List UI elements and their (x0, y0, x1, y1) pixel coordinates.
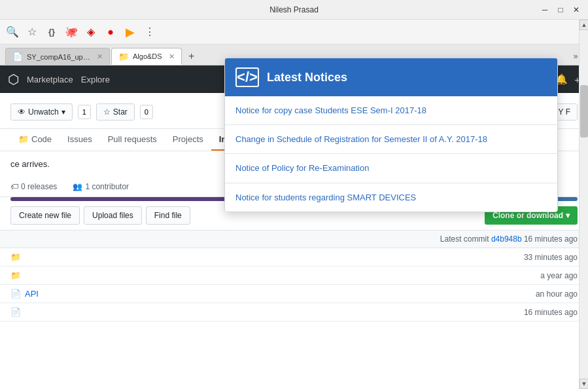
notices-overlay: </> Latest Notices Notice for copy case … (224, 58, 558, 212)
nav-right: 🔔 + (555, 73, 580, 85)
tab-pull-requests[interactable]: Pull requests (100, 129, 165, 151)
eye-icon: 👁 (18, 107, 26, 117)
minimize-button[interactable]: ─ (538, 3, 551, 16)
notice-item-1[interactable]: Notice for copy case Students ESE Sem-I … (225, 96, 557, 125)
find-file-button[interactable]: Find file (146, 206, 190, 225)
tab-code[interactable]: 📁 Code (10, 129, 60, 151)
overlay-header: </> Latest Notices (225, 58, 557, 96)
tab-issues[interactable]: Issues (60, 129, 100, 151)
ext-icon-1[interactable]: ◈ (84, 25, 98, 39)
overlay-title: Latest Notices (267, 71, 347, 84)
search-icon[interactable]: 🔍 (5, 25, 20, 39)
star-button[interactable]: ☆ Star (96, 103, 135, 120)
notice-item-4[interactable]: Notice for students regarding SMART DEVI… (225, 183, 557, 212)
menu-icon[interactable]: ⋮ (143, 25, 157, 39)
maximize-button[interactable]: □ (554, 3, 567, 16)
tab-label-2: Algo&DS (133, 52, 162, 60)
notice-link-1: Notice for copy case Students ESE Sem-I … (235, 105, 426, 115)
title-bar-text: Nilesh Prasad (269, 5, 319, 14)
notice-link-2: Change in Schedule of Registration for S… (235, 134, 487, 144)
file-time-1: 33 minutes ago (524, 253, 578, 262)
commit-label: Latest commit (440, 234, 489, 244)
tab-label-1: SY_compA16_update (27, 53, 90, 61)
commit-hash[interactable]: d4b948b (491, 234, 522, 244)
notice-link-4: Notice for students regarding SMART DEVI… (235, 193, 416, 202)
title-bar: Nilesh Prasad ─ □ ✕ (0, 0, 588, 20)
commit-info-bar: Latest commit d4b948b 16 minutes ago (0, 230, 588, 248)
scrollbar-down-button[interactable]: ▼ (579, 379, 588, 389)
tab-algo-ds[interactable]: 📁 Algo&DS ✕ (111, 48, 182, 65)
contributors-count: 1 contributor (85, 182, 129, 191)
contributors-icon: 👥 (73, 182, 82, 191)
notice-item-3[interactable]: Notice of Policy for Re-Examination (225, 154, 557, 183)
upload-files-button[interactable]: Upload files (84, 206, 142, 225)
file-row-2: 📁 a year ago (0, 267, 588, 285)
code-icon[interactable]: {} (44, 25, 59, 39)
tab-favicon-1: 📄 (12, 52, 23, 62)
commit-time: 16 minutes ago (524, 234, 578, 244)
file-time-3: an hour ago (536, 289, 578, 299)
file-time-4: 16 minutes ago (524, 308, 578, 317)
tab-close-2[interactable]: ✕ (169, 52, 175, 61)
star-count: 0 (140, 105, 153, 119)
github-logo[interactable]: ⬡ (8, 71, 19, 87)
code-tab-icon: 📁 (18, 134, 29, 144)
tab-favicon-2: 📁 (118, 52, 129, 62)
star-icon: ☆ (103, 107, 111, 117)
file-row-1: 📁 33 minutes ago (0, 248, 588, 267)
contributors-stat[interactable]: 👥 1 contributor (73, 182, 129, 191)
dropdown-arrow-icon: ▾ (61, 107, 65, 117)
file-row-3: 📄 API an hour ago (0, 285, 588, 303)
file-icon-3: 📄 (10, 289, 21, 299)
tab-projects[interactable]: Projects (165, 129, 211, 151)
scrollbar-thumb[interactable] (580, 85, 588, 138)
overlay-body: Notice for copy case Students ESE Sem-I … (225, 96, 557, 212)
notice-item-2[interactable]: Change in Schedule of Registration for S… (225, 125, 557, 154)
create-new-file-button[interactable]: Create new file (10, 206, 80, 225)
releases-count: 0 releases (21, 182, 57, 191)
overlay-logo: </> (235, 67, 259, 87)
unwatch-count: 1 (78, 105, 91, 119)
unwatch-button[interactable]: 👁 Unwatch ▾ (10, 103, 73, 120)
releases-stat[interactable]: 🏷 0 releases (10, 182, 57, 191)
tab-sy-comp[interactable]: 📄 SY_compA16_update ✕ (5, 48, 110, 65)
close-button[interactable]: ✕ (570, 3, 583, 16)
title-bar-controls: ─ □ ✕ (538, 3, 583, 16)
ext-icon-2[interactable]: ● (103, 25, 118, 39)
folder-icon-1: 📁 (10, 252, 21, 262)
bookmark-icon[interactable]: ☆ (25, 25, 39, 39)
browser-toolbar: 🔍 ☆ {} 🐙 ◈ ● ▶ ⋮ (0, 20, 588, 45)
ext-icon-3[interactable]: ▶ (123, 25, 137, 39)
clone-label: Clone or download (493, 211, 563, 220)
file-row-4: 📄 16 minutes ago (0, 303, 588, 322)
github-icon[interactable]: 🐙 (64, 25, 78, 39)
tag-icon: 🏷 (10, 182, 18, 191)
scrollbar[interactable]: ▲ ▼ (579, 20, 588, 389)
scrollbar-up-button[interactable]: ▲ (579, 20, 588, 30)
nav-explore[interactable]: Explore (81, 75, 110, 84)
nav-marketplace[interactable]: Marketplace (27, 75, 73, 84)
folder-icon-2: 📁 (10, 270, 21, 280)
description-text: ce arrives. (10, 159, 50, 169)
file-name-3[interactable]: API (25, 289, 39, 299)
tab-close-1[interactable]: ✕ (97, 52, 103, 61)
file-icon-4: 📄 (10, 307, 21, 317)
new-tab-button[interactable]: + (183, 48, 200, 65)
notice-link-3: Notice of Policy for Re-Examination (235, 163, 369, 173)
dropdown-chevron-icon: ▾ (566, 211, 570, 220)
file-time-2: a year ago (540, 271, 578, 280)
